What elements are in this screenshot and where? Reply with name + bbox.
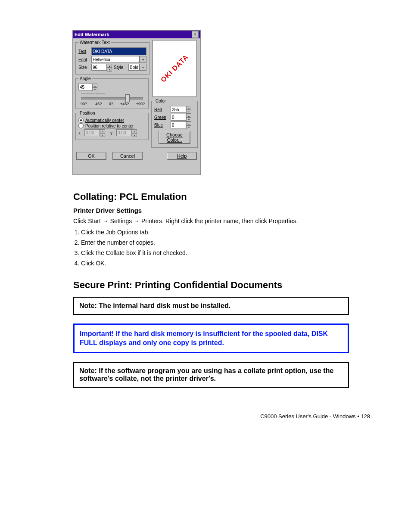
- important-box: Important! If the hard disk memory is in…: [73, 324, 349, 353]
- chevron-up-icon[interactable]: ▴: [107, 64, 112, 68]
- style-value: Bold: [128, 64, 140, 71]
- chevron-down-icon[interactable]: ▾: [186, 118, 191, 121]
- blue-label: Blue: [154, 123, 169, 128]
- slider-mark: -45?: [94, 102, 102, 106]
- position-group: Position Automatically center Position r…: [75, 111, 149, 140]
- radio-icon: [78, 123, 84, 128]
- dialog-title: Edit Watermark: [75, 32, 109, 37]
- section-title-collating: Collating: PCL Emulation: [73, 191, 349, 202]
- ok-button[interactable]: OK: [76, 152, 106, 160]
- position-legend: Position: [78, 111, 97, 115]
- size-spinner[interactable]: 96 ▴▾: [91, 64, 112, 71]
- blue-spinner[interactable]: 0 ▴▾: [171, 121, 191, 128]
- color-group: Color Red 255 ▴▾ Green 0 ▴▾: [151, 99, 198, 148]
- steps-list: Click the Job Options tab. Enter the num…: [81, 228, 349, 268]
- green-label: Green: [154, 115, 169, 120]
- size-label: Size: [78, 65, 90, 70]
- page-footer: C9000 Series User's Guide - Windows • 12…: [260, 413, 370, 420]
- chevron-up-icon[interactable]: ▴: [92, 84, 97, 87]
- chevron-up-icon[interactable]: ▴: [186, 121, 191, 125]
- note-box-2: Note: If the software program you are us…: [73, 362, 349, 388]
- text-label: Text: [78, 49, 90, 54]
- preview-pane: OKI DATA: [153, 40, 196, 97]
- arrow-icon: →: [103, 218, 109, 224]
- chevron-down-icon[interactable]: ▾: [107, 68, 112, 72]
- angle-slider[interactable]: ''''''''''''''''''''''''''''''''''''''''…: [78, 92, 146, 105]
- close-icon[interactable]: ×: [192, 31, 199, 38]
- slider-thumb[interactable]: [125, 94, 130, 102]
- choose-color-button[interactable]: Choose Color...: [159, 131, 190, 144]
- chevron-down-icon[interactable]: ▾: [140, 64, 146, 71]
- radio-relative-center[interactable]: Position relative to center: [78, 123, 146, 128]
- text-input[interactable]: OKI DATA: [91, 47, 146, 55]
- font-value: Helvetica: [91, 56, 140, 63]
- radio-auto-center[interactable]: Automatically center: [78, 118, 146, 123]
- arrow-icon: →: [134, 218, 140, 224]
- watermark-text-group: Watermark Text Text OKI DATA Font Helvet…: [75, 40, 149, 75]
- y-label: y: [110, 131, 115, 135]
- chevron-down-icon[interactable]: ▾: [140, 56, 146, 63]
- red-label: Red: [154, 107, 169, 112]
- y-spinner: 0.00 ▴▾: [116, 129, 137, 136]
- chevron-up-icon[interactable]: ▴: [186, 114, 191, 118]
- red-spinner[interactable]: 255 ▴▾: [171, 106, 191, 113]
- slider-mark: 0?: [109, 102, 113, 106]
- slider-mark: +45?: [120, 102, 129, 106]
- watermark-text-legend: Watermark Text: [78, 40, 111, 45]
- edit-watermark-dialog: Edit Watermark × Watermark Text Text OKI…: [72, 30, 201, 175]
- step-item: Click OK.: [81, 259, 349, 268]
- font-label: Font: [78, 57, 90, 62]
- font-select[interactable]: Helvetica ▾: [91, 56, 146, 63]
- chevron-down-icon[interactable]: ▾: [92, 87, 97, 91]
- radio-label: Automatically center: [85, 118, 124, 123]
- step-item: Click the Collate box if it is not check…: [81, 249, 349, 257]
- angle-spinner[interactable]: 45 ▴▾: [78, 84, 97, 90]
- slider-mark: -90?: [79, 102, 87, 106]
- style-label: Style: [114, 65, 127, 70]
- chevron-down-icon[interactable]: ▾: [186, 125, 191, 129]
- cancel-button[interactable]: Cancel: [112, 152, 143, 160]
- step-item: Enter the number of copies.: [81, 239, 349, 247]
- preview-text: OKI DATA: [159, 53, 190, 84]
- path-line: Click Start → Settings → Printers. Right…: [73, 217, 349, 226]
- green-spinner[interactable]: 0 ▴▾: [171, 114, 191, 121]
- chevron-down-icon[interactable]: ▾: [186, 110, 191, 114]
- slider-mark: +90?: [136, 102, 145, 106]
- style-select[interactable]: Bold ▾: [128, 64, 146, 71]
- color-legend: Color: [154, 99, 167, 103]
- step-item: Click the Job Options tab.: [81, 228, 349, 236]
- x-spinner: 0.00 ▴▾: [84, 129, 105, 136]
- x-label: x: [78, 131, 83, 135]
- note-box: Note: The internal hard disk must be ins…: [73, 297, 349, 315]
- radio-label: Position relative to center: [85, 124, 134, 128]
- dialog-titlebar[interactable]: Edit Watermark ×: [73, 31, 200, 38]
- subhead: Printer Driver Settings: [73, 207, 349, 214]
- angle-legend: Angle: [78, 76, 92, 81]
- help-button[interactable]: Help: [167, 152, 197, 160]
- angle-group: Angle 45 ▴▾ ''''''''''''''''''''''''''''…: [75, 76, 149, 109]
- section-title-secure-print: Secure Print: Printing Confidential Docu…: [73, 280, 349, 291]
- chevron-up-icon[interactable]: ▴: [186, 106, 191, 110]
- radio-icon: [78, 118, 84, 123]
